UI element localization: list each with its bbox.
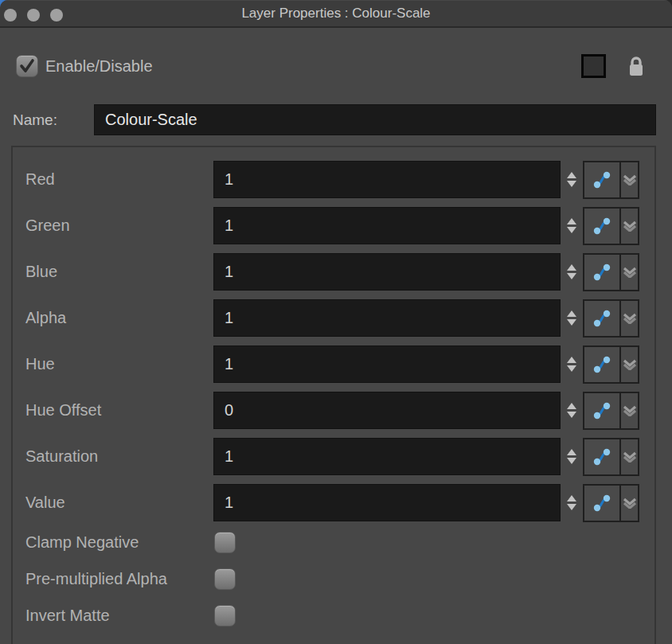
increment-arrow-icon[interactable] (567, 310, 576, 317)
chevron-down-icon (623, 451, 637, 463)
function-dropdown-button[interactable] (621, 255, 638, 290)
layer-properties-window: Layer Properties : Colour-Scale Enable/D… (0, 0, 672, 644)
increment-arrow-icon[interactable] (567, 403, 576, 409)
increment-arrow-icon[interactable] (567, 357, 576, 363)
up-down-arrows-icon[interactable] (565, 484, 578, 521)
saturation-row: Saturation 1 (13, 438, 654, 484)
decrement-arrow-icon[interactable] (567, 365, 576, 372)
value-value-input[interactable]: 1 (213, 484, 561, 521)
blue-value-input[interactable]: 1 (213, 253, 561, 291)
hue-value-input[interactable]: 1 (213, 345, 561, 383)
decrement-arrow-icon[interactable] (567, 227, 576, 233)
function-button-group (583, 438, 639, 476)
clamp-negative-checkbox[interactable] (214, 532, 236, 553)
up-down-arrows-icon[interactable] (565, 253, 578, 291)
property-label: Alpha (25, 299, 66, 337)
decrement-arrow-icon[interactable] (567, 319, 576, 326)
option-checkbox-rows: Clamp Negative Pre-multiplied Alpha Inve… (13, 530, 654, 640)
chevron-down-icon (623, 174, 637, 185)
increment-arrow-icon[interactable] (567, 218, 576, 224)
function-curve-button[interactable] (584, 301, 621, 336)
option-row: Pre-multiplied Alpha (13, 567, 654, 603)
colour-scale-properties-panel: Red 1 Green 1 (11, 146, 656, 644)
up-down-arrows-icon[interactable] (565, 299, 578, 337)
enable-disable-label: Enable/Disable (45, 56, 153, 77)
window-title: Layer Properties : Colour-Scale (0, 0, 672, 26)
chevron-down-icon (623, 498, 637, 509)
pre-multiplied-alpha-checkbox[interactable] (214, 568, 236, 590)
increment-arrow-icon[interactable] (567, 172, 576, 178)
function-button-group (583, 345, 639, 384)
bezier-curve-icon (590, 491, 614, 515)
function-button-group (583, 484, 639, 522)
red-value-input[interactable]: 1 (213, 161, 561, 198)
decrement-arrow-icon[interactable] (567, 412, 576, 418)
hue-offset-row: Hue Offset 0 (13, 392, 654, 438)
property-label: Green (25, 207, 70, 244)
property-label: Saturation (25, 438, 98, 475)
increment-arrow-icon[interactable] (567, 264, 576, 271)
function-dropdown-button[interactable] (621, 486, 638, 521)
lock-icon[interactable] (627, 56, 645, 77)
name-input[interactable]: Colour-Scale (94, 104, 656, 135)
numeric-rows: Red 1 Green 1 (13, 147, 654, 530)
function-dropdown-button[interactable] (621, 393, 638, 428)
function-button-group (583, 253, 639, 291)
green-value-input[interactable]: 1 (213, 207, 561, 244)
green-row: Green 1 (13, 207, 654, 253)
chevron-down-icon (623, 313, 637, 324)
saturation-value-input[interactable]: 1 (213, 438, 561, 475)
option-label: Clamp Negative (25, 530, 139, 555)
function-button-group (583, 207, 639, 245)
function-dropdown-button[interactable] (621, 439, 638, 474)
decrement-arrow-icon[interactable] (567, 273, 576, 279)
property-label: Red (25, 161, 55, 198)
property-label: Hue (25, 345, 55, 383)
increment-arrow-icon[interactable] (567, 449, 576, 455)
function-dropdown-button[interactable] (621, 347, 638, 382)
function-curve-button[interactable] (584, 439, 621, 474)
option-row: Invert Matte (13, 603, 654, 640)
alpha-value-input[interactable]: 1 (213, 299, 561, 337)
invert-matte-checkbox[interactable] (214, 605, 236, 626)
function-dropdown-button[interactable] (621, 209, 638, 244)
function-curve-button[interactable] (584, 347, 621, 382)
function-curve-button[interactable] (584, 393, 621, 428)
titlebar[interactable]: Layer Properties : Colour-Scale (0, 0, 672, 28)
increment-arrow-icon[interactable] (567, 495, 576, 502)
property-label: Hue Offset (25, 392, 101, 429)
up-down-arrows-icon[interactable] (565, 392, 578, 429)
bezier-curve-icon (590, 399, 614, 423)
up-down-arrows-icon[interactable] (565, 207, 578, 244)
bezier-curve-icon (590, 260, 614, 284)
function-curve-button[interactable] (584, 486, 621, 521)
layer-colour-swatch[interactable] (581, 54, 606, 78)
hue-row: Hue 1 (13, 345, 654, 392)
chevron-down-icon (623, 359, 637, 370)
bezier-curve-icon (590, 214, 614, 238)
option-label: Invert Matte (25, 603, 110, 628)
value-row: Value 1 (13, 484, 654, 530)
function-curve-button[interactable] (584, 209, 621, 244)
alpha-row: Alpha 1 (13, 299, 654, 345)
function-curve-button[interactable] (584, 162, 621, 197)
decrement-arrow-icon[interactable] (567, 504, 576, 510)
decrement-arrow-icon[interactable] (567, 458, 576, 464)
option-label: Pre-multiplied Alpha (25, 567, 167, 591)
hue-offset-value-input[interactable]: 0 (213, 392, 561, 429)
up-down-arrows-icon[interactable] (565, 438, 578, 475)
bezier-curve-icon (590, 353, 614, 377)
property-label: Blue (25, 253, 57, 291)
enable-disable-checkbox[interactable] (16, 55, 38, 77)
bezier-curve-icon (590, 306, 614, 330)
option-row: Clamp Negative (13, 530, 654, 567)
function-curve-button[interactable] (584, 255, 621, 290)
name-label: Name: (13, 104, 57, 135)
function-button-group (583, 161, 639, 199)
function-dropdown-button[interactable] (621, 162, 638, 197)
decrement-arrow-icon[interactable] (567, 181, 576, 187)
up-down-arrows-icon[interactable] (565, 345, 578, 383)
up-down-arrows-icon[interactable] (565, 161, 578, 198)
checkmark-icon (18, 57, 36, 75)
function-dropdown-button[interactable] (621, 301, 638, 336)
